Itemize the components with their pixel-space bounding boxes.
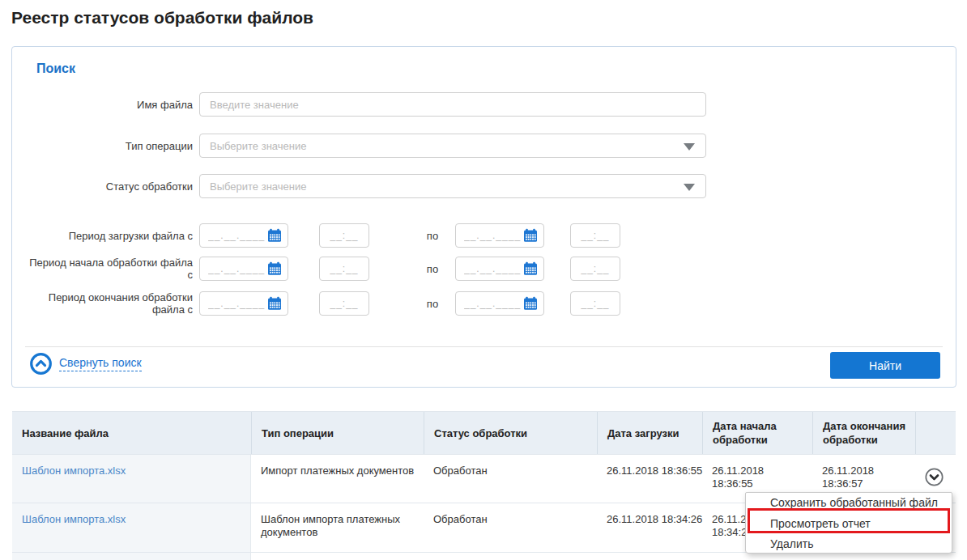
collapse-search-label: Свернуть поиск bbox=[59, 356, 142, 371]
chevron-down-circle-icon[interactable] bbox=[925, 477, 944, 489]
status-cell: Обработан bbox=[424, 455, 597, 503]
filename-label: Имя файла bbox=[25, 99, 193, 111]
chevron-up-circle-icon bbox=[30, 353, 52, 375]
file-link[interactable]: Шаблон импорта.xlsx bbox=[22, 513, 126, 525]
header-processing-status: Статус обработки bbox=[424, 412, 597, 454]
triangle-down-icon bbox=[684, 184, 695, 191]
upload-from-time-input[interactable] bbox=[319, 223, 369, 248]
menu-item-save-processed-file[interactable]: Сохранить обработанный файл bbox=[746, 493, 952, 511]
search-panel: Поиск Имя файла Тип операции Выберите зн… bbox=[11, 46, 956, 388]
find-button[interactable]: Найти bbox=[830, 352, 940, 379]
status-select[interactable]: Выберите значение bbox=[199, 174, 706, 198]
collapse-search-link[interactable]: Свернуть поиск bbox=[30, 353, 142, 375]
form-row-start-period: Период начала обработки файла с по bbox=[25, 257, 620, 281]
calendar-icon[interactable] bbox=[523, 228, 538, 243]
calendar-icon[interactable] bbox=[267, 228, 282, 243]
page-title: Реестр статусов обработки файлов bbox=[11, 8, 313, 28]
panel-divider bbox=[25, 346, 943, 347]
form-row-finish-period: Период окончания обработки файла с по bbox=[25, 291, 620, 316]
upload-date-cell: 26.11.2018 18:34:26 bbox=[597, 503, 702, 552]
start-from-time-input[interactable] bbox=[319, 257, 369, 281]
finish-to-time-input[interactable] bbox=[570, 291, 620, 316]
finish-period-label: Период окончания обработки файла с bbox=[25, 291, 193, 316]
start-period-label: Период начала обработки файла с bbox=[25, 257, 193, 281]
to-label: по bbox=[416, 230, 449, 242]
header-finish-date: Дата окончания обработки bbox=[812, 412, 915, 454]
header-upload-date: Дата загрузки bbox=[597, 412, 702, 454]
start-to-time-input[interactable] bbox=[570, 257, 620, 281]
header-actions bbox=[915, 412, 956, 454]
search-panel-title: Поиск bbox=[36, 62, 75, 76]
status-cell: Обработан bbox=[424, 503, 597, 552]
calendar-icon[interactable] bbox=[267, 261, 282, 276]
status-select-placeholder: Выберите значение bbox=[210, 180, 306, 193]
form-row-filename: Имя файла bbox=[25, 92, 706, 117]
status-label: Статус обработки bbox=[25, 180, 193, 193]
operation-select-placeholder: Выберите значение bbox=[210, 140, 306, 152]
calendar-icon[interactable] bbox=[523, 261, 538, 276]
operation-cell: Импорт платежных документов bbox=[251, 455, 424, 503]
header-start-date: Дата начала обработки bbox=[702, 412, 812, 454]
table-header-row: Название файла Тип операции Статус обраб… bbox=[12, 411, 956, 455]
page: Реестр статусов обработки файлов Поиск И… bbox=[0, 0, 967, 560]
upload-to-time-input[interactable] bbox=[570, 223, 620, 248]
form-row-operation: Тип операции Выберите значение bbox=[25, 134, 706, 158]
calendar-icon[interactable] bbox=[267, 296, 282, 311]
operation-select[interactable]: Выберите значение bbox=[199, 134, 706, 158]
to-label: по bbox=[416, 263, 449, 275]
header-file-name: Название файла bbox=[12, 412, 251, 454]
upload-period-label: Период загрузки файла с bbox=[25, 230, 193, 242]
file-link[interactable]: Шаблон импорта.xlsx bbox=[22, 465, 126, 477]
table-row bbox=[12, 553, 956, 560]
finish-from-time-input[interactable] bbox=[319, 291, 369, 316]
header-operation-type: Тип операции bbox=[251, 412, 424, 454]
calendar-icon[interactable] bbox=[523, 296, 538, 311]
menu-item-view-report[interactable]: Просмотреть отчет bbox=[746, 511, 952, 535]
form-row-status: Статус обработки Выберите значение bbox=[25, 174, 706, 198]
form-row-upload-period: Период загрузки файла с по bbox=[25, 223, 620, 248]
filename-input[interactable] bbox=[199, 92, 706, 117]
to-label: по bbox=[416, 298, 449, 310]
row-context-menu: Сохранить обработанный файл Просмотреть … bbox=[745, 492, 952, 554]
operation-label: Тип операции bbox=[25, 140, 193, 152]
menu-item-delete[interactable]: Удалить bbox=[746, 535, 952, 553]
upload-date-cell: 26.11.2018 18:36:55 bbox=[597, 455, 702, 503]
triangle-down-icon bbox=[684, 143, 695, 151]
operation-cell: Шаблон импорта платежных документов bbox=[251, 503, 424, 552]
